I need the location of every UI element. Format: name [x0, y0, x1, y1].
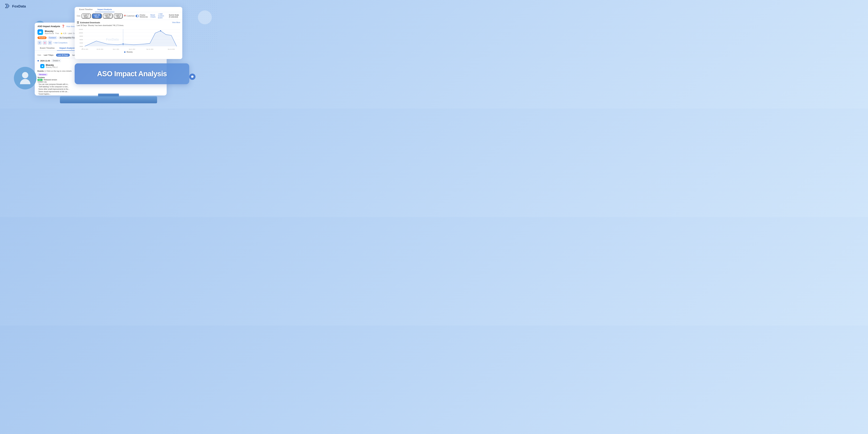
app-icon-bluesky [37, 29, 43, 35]
chart-subtitle: Last 30 Days: 'Bluesky' has been downloa… [77, 25, 180, 26]
reset-charts-btn[interactable]: Reset Charts [151, 14, 156, 18]
tab-event-timeline[interactable]: Event Timeline [37, 46, 57, 51]
toggle-knob [137, 15, 138, 17]
chart-area: 120000 100000 80000 60000 40000 20000 0 … [77, 27, 180, 52]
event-app-dev: Bluesky PBLLC [46, 66, 58, 68]
details-button[interactable]: Details ▾ [51, 59, 61, 62]
foxdata-logo-icon [4, 3, 10, 9]
panel-display-weekends: Display Weekends [135, 14, 149, 18]
competitor-icon-3: G [48, 41, 52, 45]
view-more-link[interactable]: View More [172, 22, 180, 24]
released-version-text: Released version [43, 79, 57, 81]
events-hint: Click on the tag to view details [46, 70, 72, 72]
svg-point-24 [123, 43, 124, 44]
avatar-person [20, 72, 30, 84]
chat-icon [191, 75, 194, 78]
svg-text:Nov 8, 2024: Nov 8, 2024 [129, 49, 135, 50]
event-dot [37, 60, 39, 61]
competitor-icon-1: U [37, 41, 42, 45]
monitor-base [60, 96, 157, 103]
panel-tab-impact-analysis[interactable]: Impact Analysis [95, 7, 114, 12]
svg-text:40000: 40000 [80, 42, 83, 44]
svg-text:80000: 80000 [80, 35, 83, 37]
deco-circle-right [198, 10, 212, 24]
avatar-circle [14, 67, 36, 89]
panel-date-btn-1year[interactable]: Last 1 Year [114, 13, 123, 19]
update-log-line-3: · Some other small improvements to the..… [37, 88, 164, 90]
aso-banner-text: ASO Impact Analysis [97, 70, 167, 78]
svg-text:120000: 120000 [79, 29, 83, 30]
panel-customize-btn[interactable]: 📅 Customize [124, 15, 134, 17]
svg-text:Oct 19, 2024: Oct 19, 2024 [82, 49, 88, 50]
avatar-head [22, 72, 28, 78]
chart-menu-icon: ☰ [77, 21, 79, 24]
panel-tab-event-timeline[interactable]: Event Timeline [77, 7, 95, 12]
legend-label-bluesky: Bluesky [127, 51, 133, 53]
panel-date-btn-90days[interactable]: Last 90 Days [103, 13, 113, 19]
event-app-icon [40, 64, 44, 68]
svg-text:Oct 25, 2024: Oct 25, 2024 [96, 49, 103, 50]
update-log-line-4: · Some visual improvements to link car..… [37, 90, 164, 93]
avatar-body [20, 79, 30, 84]
chevron-down-icon: ▾ [59, 60, 60, 62]
card-title: ASO Impact Analysis [37, 25, 60, 28]
impact-analysis-panel: Event Timeline Impact Analysis Data Last… [75, 7, 182, 59]
date-btn-7days[interactable]: Last 7 Days [42, 54, 55, 57]
svg-text:20000: 20000 [80, 45, 83, 47]
logo-area: FoxData [4, 3, 26, 9]
chat-button[interactable] [189, 73, 195, 80]
panel-data-label: Data [77, 15, 81, 17]
display-weekends-toggle[interactable] [135, 15, 139, 17]
date-label: Date [37, 54, 41, 56]
add-competitors-link[interactable]: + Add Competitors [53, 42, 67, 44]
logo-text: FoxData [12, 4, 26, 8]
question-icon: ❓ [61, 25, 65, 28]
svg-text:100000: 100000 [79, 32, 83, 33]
downloads-chart-svg: 120000 100000 80000 60000 40000 20000 0 … [77, 27, 180, 50]
svg-text:Nov 15, 2024: Nov 15, 2024 [146, 49, 153, 50]
svg-text:FoxData: FoxData [106, 37, 119, 41]
tracked-badge[interactable]: Tracked [37, 36, 46, 39]
chart-title: Estimated Downloads [80, 22, 100, 24]
svg-point-15 [160, 30, 161, 31]
version-tag[interactable]: Versions [37, 73, 48, 76]
panel-tabs: Event Timeline Impact Analysis [75, 7, 182, 12]
chart-legend: Bluesky [77, 51, 180, 53]
panel-date-btn-7days[interactable]: Last 7 Days [82, 13, 91, 19]
panel-add-custom-event-btn[interactable]: + Add Custom Event [158, 13, 167, 19]
legend-dot-bluesky [124, 51, 125, 53]
competitor-icon-2: 🌸 [43, 41, 47, 45]
date-btn-30days[interactable]: Last 30 Days [56, 54, 70, 57]
svg-text:60000: 60000 [80, 39, 83, 40]
dot-pattern-decoration [182, 0, 217, 52]
aso-impact-banner: ASO Impact Analysis [75, 63, 189, 84]
panel-right-actions: Reset Charts + Add Custom Event Events N… [151, 13, 180, 19]
panel-date-row: Data Last 7 Days Last 30 Days Last 90 Da… [75, 12, 182, 20]
connect-badge[interactable]: Connect [48, 36, 57, 39]
panel-date-btn-30days[interactable]: Last 30 Days [92, 13, 102, 19]
event-app-name: Bluesky [46, 64, 58, 66]
panel-calendar-icon: 📅 [124, 15, 126, 17]
update-log-line-2: · "Self-labeling" in the composer is now… [37, 86, 164, 88]
svg-text:Nov 1, 2024: Nov 1, 2024 [113, 49, 119, 50]
event-date-text: 2024-11-05 [40, 60, 50, 62]
events-node-label[interactable]: Events Node (5 selected) [169, 14, 180, 18]
competitor-badge[interactable]: As Competitor For [58, 36, 76, 39]
chart-section: ☰ Estimated Downloads View More Last 30 … [75, 20, 182, 53]
svg-text:Nov 18, 2024: Nov 18, 2024 [168, 49, 175, 50]
